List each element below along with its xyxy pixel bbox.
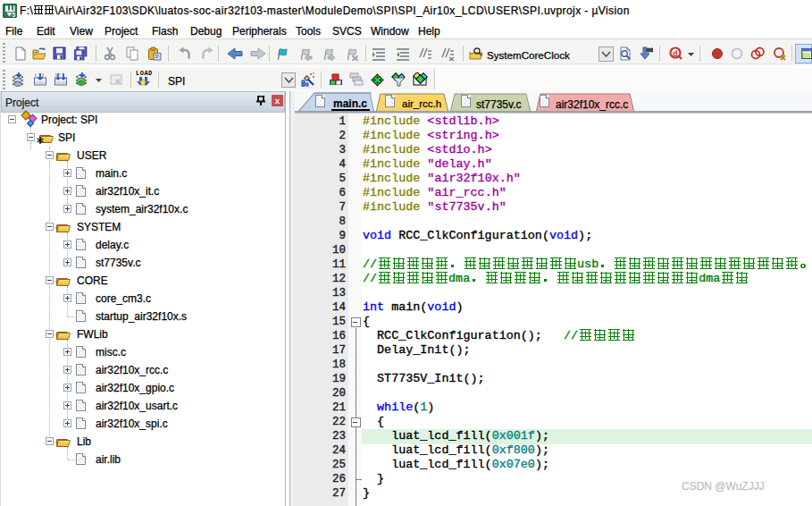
svg-text:d: d — [673, 49, 678, 58]
svg-text:5: 5 — [13, 12, 16, 18]
